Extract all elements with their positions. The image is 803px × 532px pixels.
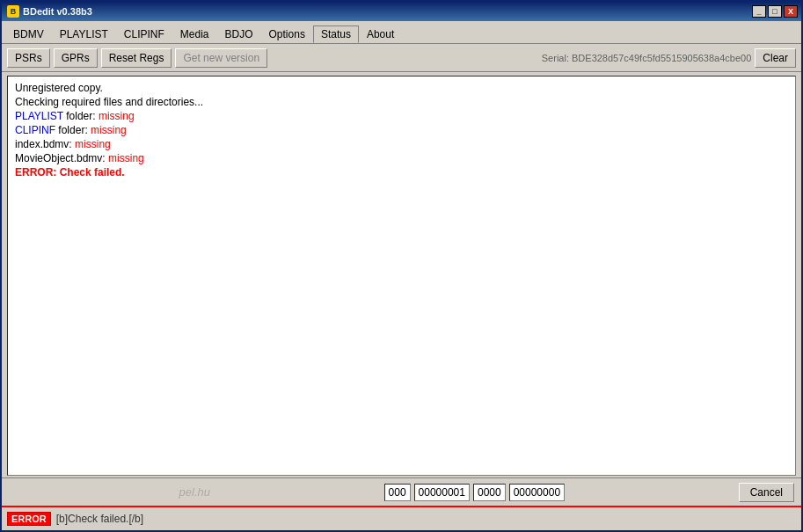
status-field-3: 0000	[473, 484, 506, 501]
menu-bar: BDMV PLAYLIST CLIPINF Media BDJO Options…	[2, 21, 801, 44]
clear-button[interactable]: Clear	[755, 48, 796, 68]
app-icon: B	[7, 5, 19, 18]
tab-playlist[interactable]: PLAYLIST	[52, 26, 116, 43]
clipinf-status: missing	[91, 124, 127, 136]
field2-value: 00000001	[419, 486, 465, 499]
status-field-2: 00000001	[414, 484, 470, 501]
field4-value: 00000000	[514, 486, 560, 499]
playlist-label: PLAYLIST	[15, 110, 63, 122]
toolbar: PSRs GPRs Reset Regs Get new version Ser…	[2, 44, 801, 72]
line-clipinf: CLIPINF folder: missing	[15, 124, 788, 136]
line-playlist: PLAYLIST folder: missing	[15, 110, 788, 122]
tab-bdmv[interactable]: BDMV	[5, 26, 52, 43]
serial-area: Serial: BDE328d57c49fc5fd5515905638a4cbe…	[542, 48, 796, 68]
serial-text: Serial: BDE328d57c49fc5fd5515905638a4cbe…	[542, 53, 752, 63]
checking-text: Checking required files and directories.…	[15, 96, 203, 108]
psrs-button[interactable]: PSRs	[7, 48, 50, 68]
title-text: B BDedit v0.38b3	[7, 5, 92, 18]
field1-value: 000	[389, 486, 406, 499]
close-button[interactable]: X	[784, 5, 798, 18]
line-checking: Checking required files and directories.…	[15, 96, 788, 108]
field3-value: 0000	[478, 486, 501, 499]
app-title: BDedit v0.38b3	[23, 6, 92, 17]
tab-clipinf[interactable]: CLIPINF	[116, 26, 172, 43]
tab-options[interactable]: Options	[261, 26, 313, 43]
tab-about[interactable]: About	[359, 26, 402, 43]
reset-regs-button[interactable]: Reset Regs	[101, 48, 172, 68]
index-label: index.bdmv:	[15, 138, 75, 150]
minimize-button[interactable]: _	[752, 5, 766, 18]
tab-status[interactable]: Status	[313, 26, 359, 43]
line-movieobject: MovieObject.bdmv: missing	[15, 152, 788, 164]
gprs-button[interactable]: GPRs	[54, 48, 98, 68]
playlist-suffix: folder:	[66, 110, 99, 122]
get-new-version-button[interactable]: Get new version	[175, 48, 267, 68]
clipinf-label: CLIPINF	[15, 124, 55, 136]
main-window: B BDedit v0.38b3 _ □ X BDMV PLAYLIST CLI…	[0, 0, 803, 532]
line-error: ERROR: Check failed.	[15, 166, 788, 179]
cancel-button[interactable]: Cancel	[739, 483, 794, 502]
tab-bdjo[interactable]: BDJO	[217, 26, 261, 43]
main-content: Unregistered copy. Checking required fil…	[7, 76, 796, 476]
error-bar: ERROR [b]Check failed.[/b]	[2, 506, 801, 530]
status-field-1: 000	[384, 484, 411, 501]
watermark: pel.hu	[179, 485, 210, 499]
error-message: [b]Check failed.[/b]	[56, 513, 143, 525]
movieobject-label: MovieObject.bdmv:	[15, 152, 108, 164]
status-field-4: 00000000	[509, 484, 565, 501]
window-controls: _ □ X	[752, 5, 798, 18]
playlist-status: missing	[99, 110, 135, 122]
index-status: missing	[75, 138, 111, 150]
line-index: index.bdmv: missing	[15, 138, 788, 150]
unregistered-text: Unregistered copy.	[15, 82, 103, 94]
tab-media[interactable]: Media	[172, 26, 217, 43]
status-bar-bottom: pel.hu 000 00000001 0000 00000000 Cancel	[2, 477, 801, 506]
error-check-text: ERROR: Check failed.	[15, 166, 125, 179]
error-badge: ERROR	[7, 512, 51, 526]
movieobject-status: missing	[108, 152, 144, 164]
maximize-button[interactable]: □	[768, 5, 782, 18]
line-unregistered: Unregistered copy.	[15, 82, 788, 94]
title-bar: B BDedit v0.38b3 _ □ X	[2, 2, 801, 21]
clipinf-suffix: folder:	[58, 124, 91, 136]
